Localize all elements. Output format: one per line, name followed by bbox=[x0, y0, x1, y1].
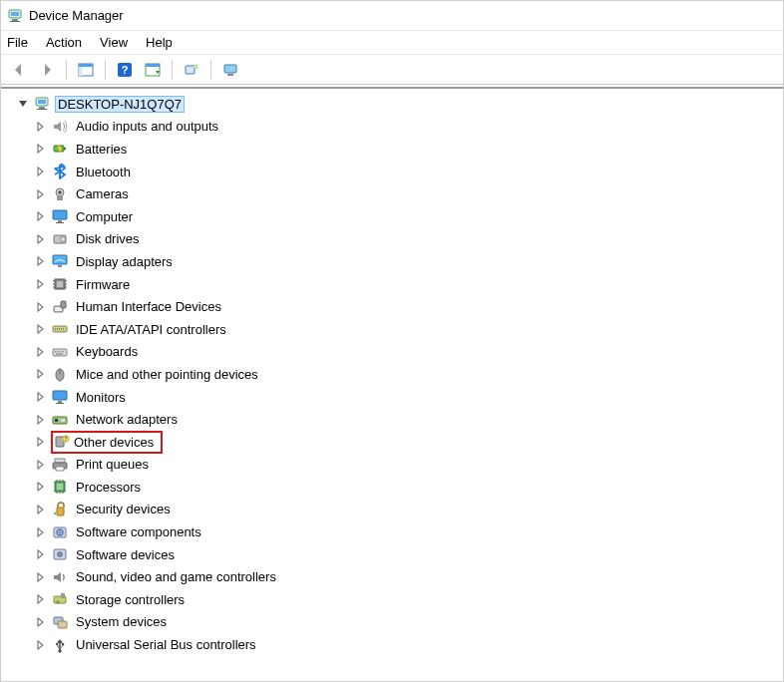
tree-item-display-adapters[interactable]: Display adapters bbox=[15, 250, 783, 273]
chevron-right-icon[interactable] bbox=[35, 593, 47, 605]
show-hide-tree-button[interactable] bbox=[74, 58, 98, 82]
scan-hardware-button[interactable] bbox=[180, 58, 203, 82]
printer-icon bbox=[51, 456, 69, 474]
storage-icon bbox=[51, 590, 69, 608]
chevron-right-icon[interactable] bbox=[35, 436, 47, 448]
toolbar-separator bbox=[66, 60, 67, 80]
tree-item-processors[interactable]: Processors bbox=[15, 476, 783, 499]
tree-item-cameras[interactable]: Cameras bbox=[15, 182, 783, 205]
tree-item-label[interactable]: IDE ATA/ATAPI controllers bbox=[73, 321, 229, 338]
chevron-down-icon[interactable] bbox=[17, 98, 29, 110]
mouse-icon bbox=[51, 365, 69, 383]
chevron-right-icon[interactable] bbox=[35, 166, 47, 177]
toolbar-separator bbox=[105, 60, 106, 80]
display-icon bbox=[51, 252, 69, 270]
tree-item-label[interactable]: Bluetooth bbox=[73, 164, 134, 180]
chevron-right-icon[interactable] bbox=[35, 121, 47, 133]
tree-item-label[interactable]: Monitors bbox=[73, 389, 129, 406]
tree-item-computer[interactable]: Computer bbox=[15, 205, 783, 228]
chevron-right-icon[interactable] bbox=[35, 143, 47, 155]
tree-item-bluetooth[interactable]: Bluetooth bbox=[15, 161, 783, 183]
chevron-right-icon[interactable] bbox=[35, 639, 47, 651]
tree-item-label[interactable]: System devices bbox=[73, 613, 170, 630]
security-icon bbox=[51, 501, 69, 518]
forward-button[interactable] bbox=[35, 58, 59, 82]
window-title: Device Manager bbox=[29, 8, 124, 23]
ide-icon bbox=[51, 320, 69, 338]
tree-item-software-devices[interactable]: Software devices bbox=[15, 543, 783, 566]
chevron-right-icon[interactable] bbox=[35, 548, 47, 560]
tree-item-network-adapters[interactable]: Network adapters bbox=[15, 408, 783, 431]
chevron-right-icon[interactable] bbox=[35, 301, 47, 313]
help-button[interactable] bbox=[113, 58, 137, 82]
menu-view[interactable]: View bbox=[100, 35, 128, 50]
tree-item-label[interactable]: Firmware bbox=[73, 276, 133, 293]
tree-item-label[interactable]: Sound, video and game controllers bbox=[73, 568, 279, 585]
tree-item-sound-video-and-game-controllers[interactable]: Sound, video and game controllers bbox=[15, 565, 783, 588]
tree-item-label[interactable]: Keyboards bbox=[73, 343, 141, 360]
chevron-right-icon[interactable] bbox=[35, 391, 47, 403]
chevron-right-icon[interactable] bbox=[35, 233, 47, 245]
chevron-right-icon[interactable] bbox=[35, 278, 47, 290]
tree-item-label[interactable]: Processors bbox=[73, 479, 144, 496]
tree-item-software-components[interactable]: Software components bbox=[15, 520, 783, 543]
title-bar: Device Manager bbox=[1, 1, 783, 31]
tree-item-label[interactable]: Print queues bbox=[73, 456, 152, 473]
tree-item-label[interactable]: Computer bbox=[73, 208, 136, 225]
tree-item-label[interactable]: Human Interface Devices bbox=[73, 298, 224, 315]
tree-pane[interactable]: DESKTOP-NJ1Q7Q7 Audio inputs and outputs… bbox=[1, 87, 783, 681]
menu-file[interactable]: File bbox=[7, 35, 28, 50]
tree-item-label[interactable]: Network adapters bbox=[73, 411, 181, 428]
tree-item-label[interactable]: Display adapters bbox=[73, 253, 176, 270]
tree-item-security-devices[interactable]: Security devices bbox=[15, 499, 783, 521]
chevron-right-icon[interactable] bbox=[35, 188, 47, 200]
add-legacy-hardware-button[interactable] bbox=[218, 58, 242, 82]
tree-item-monitors[interactable]: Monitors bbox=[15, 386, 783, 409]
disk-icon bbox=[51, 230, 69, 248]
tree-item-print-queues[interactable]: Print queues bbox=[15, 454, 783, 477]
tree-root-label[interactable]: DESKTOP-NJ1Q7Q7 bbox=[55, 96, 185, 113]
app-icon bbox=[7, 8, 23, 24]
chevron-right-icon[interactable] bbox=[35, 526, 47, 538]
tree-item-label[interactable]: Universal Serial Bus controllers bbox=[73, 636, 259, 653]
tree-item-human-interface-devices[interactable]: Human Interface Devices bbox=[15, 295, 783, 318]
tree-item-label[interactable]: Other devices bbox=[71, 434, 157, 451]
back-button[interactable] bbox=[7, 58, 31, 82]
chevron-right-icon[interactable] bbox=[35, 323, 47, 335]
chevron-right-icon[interactable] bbox=[35, 504, 47, 515]
tree-item-storage-controllers[interactable]: Storage controllers bbox=[15, 588, 783, 611]
chevron-right-icon[interactable] bbox=[35, 368, 47, 380]
tree-item-mice-and-other-pointing-devices[interactable]: Mice and other pointing devices bbox=[15, 363, 783, 386]
tree-item-system-devices[interactable]: System devices bbox=[15, 611, 783, 634]
toolbar-separator bbox=[172, 60, 173, 80]
tree-item-label[interactable]: Disk drives bbox=[73, 230, 143, 247]
tree-item-label[interactable]: Security devices bbox=[73, 501, 174, 517]
tree-item-label[interactable]: Storage controllers bbox=[73, 591, 188, 608]
tree-root-node[interactable]: DESKTOP-NJ1Q7Q7 bbox=[15, 93, 783, 116]
tree-item-label[interactable]: Batteries bbox=[73, 141, 130, 158]
tree-item-batteries[interactable]: Batteries bbox=[15, 138, 783, 161]
chevron-right-icon[interactable] bbox=[35, 571, 47, 583]
menu-action[interactable]: Action bbox=[46, 35, 82, 50]
tree-item-keyboards[interactable]: Keyboards bbox=[15, 341, 783, 364]
tree-item-label[interactable]: Mice and other pointing devices bbox=[73, 366, 261, 383]
chevron-right-icon[interactable] bbox=[35, 414, 47, 426]
chevron-right-icon[interactable] bbox=[35, 210, 47, 222]
menu-help[interactable]: Help bbox=[146, 35, 173, 50]
chevron-right-icon[interactable] bbox=[35, 346, 47, 358]
tree-item-firmware[interactable]: Firmware bbox=[15, 273, 783, 296]
action-menu-button[interactable] bbox=[141, 58, 165, 82]
tree-item-ide-ata-atapi-controllers[interactable]: IDE ATA/ATAPI controllers bbox=[15, 318, 783, 341]
tree-item-other-devices[interactable]: Other devices bbox=[15, 431, 783, 454]
tree-item-label[interactable]: Software components bbox=[73, 523, 204, 540]
tree-item-label[interactable]: Audio inputs and outputs bbox=[73, 118, 221, 135]
chevron-right-icon[interactable] bbox=[35, 459, 47, 471]
tree-item-label[interactable]: Software devices bbox=[73, 546, 178, 563]
chevron-right-icon[interactable] bbox=[35, 616, 47, 628]
tree-item-universal-serial-bus-controllers[interactable]: Universal Serial Bus controllers bbox=[15, 633, 783, 656]
chevron-right-icon[interactable] bbox=[35, 481, 47, 493]
chevron-right-icon[interactable] bbox=[35, 255, 47, 267]
tree-item-audio-inputs-and-outputs[interactable]: Audio inputs and outputs bbox=[15, 116, 783, 139]
tree-item-disk-drives[interactable]: Disk drives bbox=[15, 228, 783, 251]
tree-item-label[interactable]: Cameras bbox=[73, 185, 132, 202]
